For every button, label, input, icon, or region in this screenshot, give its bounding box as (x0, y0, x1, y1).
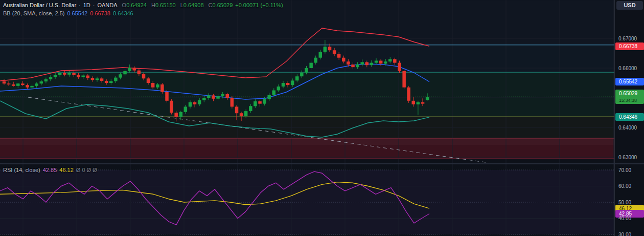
candle-up (314, 58, 317, 63)
candle-down (147, 78, 150, 83)
rsi-indicator-legend[interactable]: RSI (14, close) 42.85 46.12 Ø 0 Ø Ø (3, 167, 97, 173)
axis-tick-text: 0.64346 (619, 113, 644, 121)
currency-button[interactable]: USD (616, 1, 643, 10)
candle-down (337, 54, 341, 58)
candle-up (156, 84, 159, 88)
candle-up (67, 73, 71, 75)
last-price-axis-badge: 0.6502915:34:38 (615, 90, 644, 104)
candle-up (81, 76, 85, 77)
candle-down (72, 73, 76, 75)
bb-basis-value: 0.65542 (67, 10, 87, 16)
rsi-indicator-title[interactable]: RSI (14, close) (3, 167, 40, 173)
pane-separator-handle[interactable] (0, 163, 644, 164)
candle-down (170, 101, 173, 113)
bb-upper-axis-badge: 0.66738 (615, 42, 644, 50)
candle-down (365, 62, 369, 65)
trading-chart-window: Australian Dollar / U.S. Dollar · 1D · O… (0, 0, 644, 236)
close-value: 0.65029 (212, 2, 233, 8)
candle-down (328, 47, 332, 50)
candle-down (142, 74, 146, 79)
candle-up (309, 63, 313, 68)
rsi-value: 42.85 (43, 167, 57, 173)
candle-up (249, 106, 252, 111)
candle-up (388, 59, 392, 62)
low-value-pair: L0.64908 (180, 2, 204, 8)
candle-down (86, 76, 90, 78)
price-scale[interactable]: USD 0.670000.667380.660000.655420.650291… (614, 0, 644, 236)
candle-up (244, 111, 248, 116)
bb-indicator-title[interactable]: BB (20, SMA, close, 2.5) (3, 10, 64, 16)
candle-up (16, 83, 20, 86)
timeframe-label[interactable]: 1D (83, 2, 90, 8)
candle-up (375, 61, 378, 63)
candle-down (100, 78, 104, 81)
candle-up (254, 101, 257, 106)
axis-tick-label: 0.66000 (615, 65, 644, 72)
candle-down (91, 78, 95, 80)
candle-down (212, 95, 215, 98)
candle-down (137, 71, 141, 74)
candle-up (277, 87, 281, 91)
exchange-label[interactable]: OANDA (97, 2, 117, 8)
axis-tick-label: 60.00 (615, 182, 644, 190)
candle-down (226, 94, 229, 98)
candle-up (300, 73, 304, 77)
candle-up (384, 61, 387, 63)
axis-tick-text: 0.65542 (619, 78, 644, 85)
candle-down (286, 83, 290, 85)
axis-tick-label: 0.67000 (615, 35, 644, 42)
candle-up (35, 83, 38, 86)
candle-up (123, 71, 127, 74)
candle-up (291, 80, 294, 85)
bb-indicator-legend[interactable]: BB (20, SMA, close, 2.5) 0.65542 0.66738… (3, 10, 133, 16)
candle-up (179, 112, 183, 117)
candle-down (3, 81, 6, 83)
candle-up (282, 83, 285, 87)
candle-up (128, 68, 131, 71)
change-value: +0.00071 (+0.11%) (235, 2, 283, 8)
symbol-legend[interactable]: Australian Dollar / U.S. Dollar · 1D · O… (3, 2, 283, 8)
axis-tick-label: 40.00 (615, 214, 644, 222)
candle-down (407, 88, 410, 101)
candle-up (49, 77, 53, 79)
candle-up (109, 81, 113, 83)
chart-svg[interactable] (0, 0, 614, 236)
bb-lower-axis-badge: 0.64346 (615, 113, 644, 121)
candle-down (421, 102, 425, 104)
candle-up (207, 95, 211, 98)
high-value-pair: H0.65150 (151, 2, 176, 8)
chart-canvas[interactable]: Australian Dollar / U.S. Dollar · 1D · O… (0, 0, 614, 236)
candle-up (360, 62, 364, 65)
axis-tick-text: 60.00 (618, 182, 644, 190)
candle-up (30, 86, 34, 88)
candle-up (184, 106, 188, 112)
axis-tick-text: 0.63000 (618, 154, 644, 161)
candle-up (114, 78, 118, 81)
close-value-pair: C0.65029 (209, 2, 233, 8)
open-value-pair: O0.64924 (122, 2, 147, 8)
candle-up (119, 74, 122, 77)
axis-tick-label: 70.00 (615, 166, 644, 174)
candle-down (105, 81, 108, 83)
candle-down (231, 98, 234, 106)
bb-basis-axis-badge: 0.65542 (615, 78, 644, 85)
candle-down (193, 102, 197, 104)
rsi-ma-value: 46.12 (59, 167, 74, 173)
candle-up (356, 65, 359, 67)
symbol-title[interactable]: Australian Dollar / U.S. Dollar (3, 2, 76, 8)
candle-down (174, 113, 178, 117)
candle-up (202, 98, 206, 100)
high-value: 0.65150 (155, 2, 176, 8)
axis-tick-text: 30.00 (618, 231, 644, 236)
candle-up (263, 99, 266, 104)
candle-down (26, 85, 29, 88)
axis-tick-text: 70.00 (618, 166, 644, 174)
candle-down (165, 92, 169, 100)
low-value: 0.64908 (183, 2, 204, 8)
candle-up (417, 102, 420, 104)
axis-tick-label: 30.00 (615, 231, 644, 236)
candle-down (21, 83, 25, 85)
candle-up (198, 100, 201, 104)
axis-tick-text: 0.64000 (618, 124, 644, 132)
candle-down (240, 113, 243, 116)
